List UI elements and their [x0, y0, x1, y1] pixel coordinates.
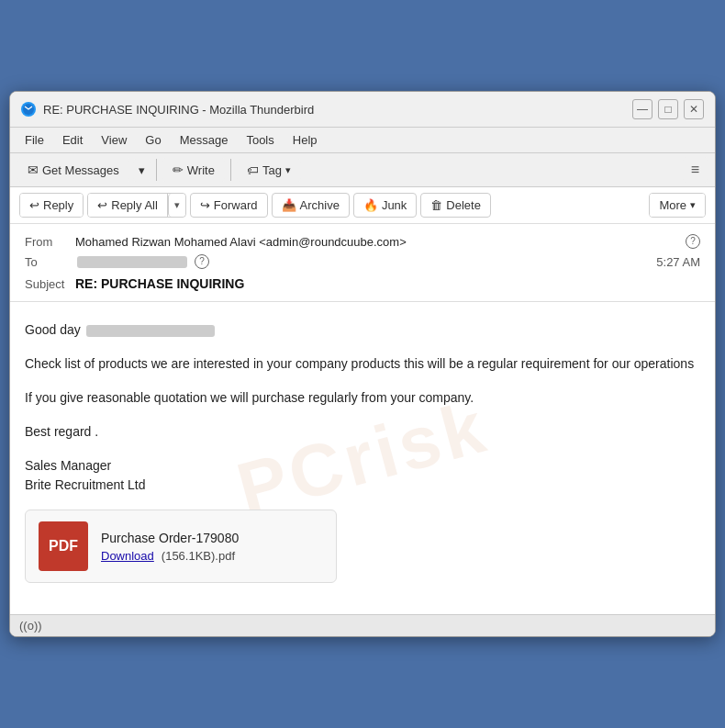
menu-bar: File Edit View Go Message Tools Help [10, 128, 715, 153]
menu-tools[interactable]: Tools [239, 130, 281, 150]
archive-button[interactable]: 📥 Archive [272, 193, 350, 218]
attachment-size: (156.1KB).pdf [162, 549, 235, 563]
greeting-text: Good day [25, 322, 81, 337]
delete-label: Delete [446, 198, 481, 212]
tag-chevron-icon: ▾ [285, 164, 291, 176]
get-messages-label: Get Messages [42, 163, 119, 177]
tag-label: Tag [262, 163, 282, 177]
email-body: PCrisk Good day Check list of products w… [10, 302, 715, 614]
toolbar-separator-1 [156, 159, 157, 181]
email-header: From Mohamed Rizwan Mohamed Alavi <admin… [10, 224, 715, 302]
from-row: From Mohamed Rizwan Mohamed Alavi <admin… [25, 231, 700, 252]
action-bar: ↩ Reply ↩ Reply All ▾ ↪ Forward 📥 Archiv… [10, 187, 715, 224]
pdf-icon-text: PDF [49, 538, 78, 554]
signature-line2: Brite Recruitment Ltd [25, 477, 146, 492]
tag-icon: 🏷 [247, 163, 259, 177]
reply-label: Reply [43, 198, 73, 212]
junk-button[interactable]: 🔥 Junk [353, 193, 417, 218]
signal-icon: ((o)) [19, 619, 42, 633]
get-messages-icon: ✉ [28, 162, 39, 177]
app-window: RE: PURCHASE INQUIRING - Mozilla Thunder… [9, 91, 716, 637]
to-label: To [25, 255, 75, 269]
download-link[interactable]: Download [101, 549, 154, 563]
more-button[interactable]: More ▾ [650, 194, 705, 217]
reply-all-group: ↩ Reply All ▾ [87, 193, 186, 218]
toolbar-overflow-button[interactable]: ≡ [683, 157, 708, 183]
to-privacy-icon[interactable]: ? [195, 254, 209, 269]
pdf-icon: PDF [39, 521, 88, 571]
subject-row: Subject RE: PURCHASE INQUIRING [25, 272, 700, 294]
email-content: Good day Check list of products we are i… [25, 320, 700, 583]
minimize-button[interactable]: — [632, 99, 652, 119]
to-value-blurred [77, 256, 187, 268]
archive-label: Archive [300, 198, 340, 212]
get-messages-chevron[interactable]: ▾ [133, 159, 151, 182]
attachment-info: Purchase Order-179080 Download (156.1KB)… [101, 531, 239, 563]
delete-button[interactable]: 🗑 Delete [420, 193, 491, 218]
window-title: RE: PURCHASE INQUIRING - Mozilla Thunder… [43, 103, 625, 117]
subject-value: RE: PURCHASE INQUIRING [75, 276, 244, 291]
body-paragraph-2: If you give reasonable quotation we will… [25, 388, 700, 408]
from-privacy-icon[interactable]: ? [686, 234, 700, 249]
forward-button[interactable]: ↪ Forward [190, 193, 268, 218]
more-group: More ▾ [649, 193, 706, 218]
menu-edit[interactable]: Edit [55, 130, 90, 150]
toolbar-separator-2 [230, 159, 231, 181]
signature-line1: Sales Manager [25, 458, 111, 473]
menu-help[interactable]: Help [285, 130, 325, 150]
more-chevron-icon: ▾ [690, 199, 696, 211]
reply-all-label: Reply All [111, 198, 158, 212]
attachment-actions: Download (156.1KB).pdf [101, 549, 239, 563]
reply-all-button[interactable]: ↩ Reply All [88, 194, 168, 217]
from-label: From [25, 235, 75, 249]
junk-label: Junk [382, 198, 407, 212]
forward-label: Forward [214, 198, 258, 212]
write-button[interactable]: ✏ Write [162, 158, 225, 182]
tag-button[interactable]: 🏷 Tag ▾ [237, 159, 301, 182]
menu-view[interactable]: View [94, 130, 134, 150]
signature: Sales Manager Brite Recruitment Ltd [25, 456, 700, 495]
closing-text: Best regard . [25, 422, 700, 442]
menu-go[interactable]: Go [138, 130, 168, 150]
menu-file[interactable]: File [17, 130, 51, 150]
body-paragraph-1: Check list of products we are interested… [25, 354, 700, 374]
main-toolbar: ✉ Get Messages ▾ ✏ Write 🏷 Tag ▾ ≡ [10, 153, 715, 187]
email-time: 5:27 AM [656, 255, 700, 269]
forward-icon: ↪ [200, 198, 210, 212]
app-icon [21, 102, 36, 117]
from-value: Mohamed Rizwan Mohamed Alavi <admin@roun… [75, 235, 680, 249]
recipient-name-blurred [86, 325, 215, 337]
maximize-button[interactable]: □ [658, 99, 678, 119]
junk-icon: 🔥 [363, 198, 378, 212]
close-button[interactable]: ✕ [684, 99, 704, 119]
get-messages-button[interactable]: ✉ Get Messages [17, 158, 129, 182]
title-bar: RE: PURCHASE INQUIRING - Mozilla Thunder… [10, 92, 715, 128]
write-label: Write [187, 163, 215, 177]
subject-label: Subject [25, 277, 75, 291]
to-row: To ? 5:27 AM [25, 252, 700, 272]
more-label: More [659, 198, 686, 212]
delete-icon: 🗑 [430, 198, 442, 212]
reply-all-chevron[interactable]: ▾ [168, 194, 185, 217]
archive-icon: 📥 [282, 198, 296, 212]
reply-button[interactable]: ↩ Reply [20, 194, 83, 217]
write-icon: ✏ [173, 162, 184, 177]
reply-icon: ↩ [29, 198, 39, 212]
attachment-filename: Purchase Order-179080 [101, 531, 239, 545]
greeting-paragraph: Good day [25, 320, 700, 340]
reply-group: ↩ Reply [19, 193, 84, 218]
menu-message[interactable]: Message [173, 130, 236, 150]
window-controls: — □ ✕ [632, 99, 704, 119]
attachment-container: PDF Purchase Order-179080 Download (156.… [25, 510, 337, 583]
status-bar: ((o)) [10, 614, 715, 636]
reply-all-icon: ↩ [97, 198, 107, 212]
